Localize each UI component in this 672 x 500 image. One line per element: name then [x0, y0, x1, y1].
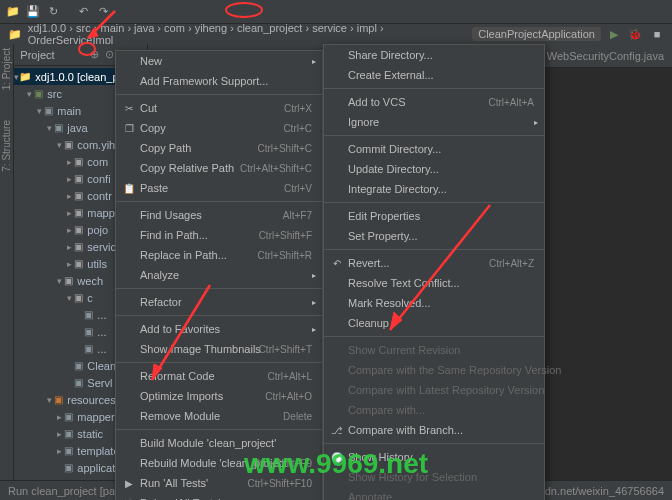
menu-item[interactable]: Update Directory... [324, 159, 544, 179]
menu-item[interactable]: ⎇Compare with Branch... [324, 420, 544, 440]
menu-item[interactable]: 📋PasteCtrl+V [116, 178, 322, 198]
menu-item: Show History for Selection [324, 467, 544, 487]
menu-item[interactable]: 🐞Debug 'All Tests' [116, 493, 322, 500]
menu-item[interactable]: Ignore▸ [324, 112, 544, 132]
undo-icon[interactable]: ↶ [74, 3, 92, 21]
tool-structure[interactable]: 7: Structure [1, 120, 12, 172]
context-menu-subversion[interactable]: Share Directory...Create External...Add … [323, 44, 545, 500]
menu-item[interactable]: Optimize ImportsCtrl+Alt+O [116, 386, 322, 406]
menu-item[interactable]: Find in Path...Ctrl+Shift+F [116, 225, 322, 245]
menu-item[interactable]: Integrate Directory... [324, 179, 544, 199]
menu-item[interactable]: Edit Properties [324, 206, 544, 226]
menu-item[interactable]: ✂CutCtrl+X [116, 98, 322, 118]
folder-icon: 📁 [6, 25, 24, 43]
stop-icon[interactable]: ■ [648, 25, 666, 43]
menu-item[interactable]: Set Property... [324, 226, 544, 246]
menu-item[interactable]: Create External... [324, 65, 544, 85]
menu-item[interactable]: Copy PathCtrl+Shift+C [116, 138, 322, 158]
tree-settings-icon[interactable]: ⊕ [90, 48, 99, 61]
tool-project[interactable]: 1: Project [1, 48, 12, 90]
tree-title: Project [20, 49, 89, 61]
run-config[interactable]: CleanProjectApplication [472, 27, 601, 41]
menu-item[interactable]: Analyze▸ [116, 265, 322, 285]
menu-item[interactable]: Add to Favorites▸ [116, 319, 322, 339]
save-icon[interactable]: 💾 [24, 3, 42, 21]
redo-icon[interactable]: ↷ [94, 3, 112, 21]
menu-item[interactable]: ❐CopyCtrl+C [116, 118, 322, 138]
breadcrumb: 📁 xdj1.0.0 › src › main › java › com › y… [0, 24, 672, 44]
menu-item[interactable]: Commit Directory... [324, 139, 544, 159]
menu-item: Show Current Revision [324, 340, 544, 360]
left-gutter: 1: Project 7: Structure [0, 44, 14, 500]
menu-item[interactable]: ↶Revert...Ctrl+Alt+Z [324, 253, 544, 273]
menu-item[interactable]: Refactor▸ [116, 292, 322, 312]
menu-item: Compare with Latest Repository Version [324, 380, 544, 400]
menu-item: Compare with... [324, 400, 544, 420]
menu-item[interactable]: ▶Run 'All Tests'Ctrl+Shift+F10 [116, 473, 322, 493]
menu-item[interactable]: New▸ [116, 51, 322, 71]
menu-item[interactable]: Add Framework Support... [116, 71, 322, 91]
menu-item[interactable]: Find UsagesAlt+F7 [116, 205, 322, 225]
context-menu-project[interactable]: New▸Add Framework Support...✂CutCtrl+X❐C… [115, 50, 323, 500]
run-icon[interactable]: ▶ [605, 25, 623, 43]
tree-target-icon[interactable]: ⊙ [105, 48, 114, 61]
debug-icon[interactable]: 🐞 [627, 25, 645, 43]
menu-item: Compare with the Same Repository Version [324, 360, 544, 380]
menu-item[interactable]: Resolve Text Conflict... [324, 273, 544, 293]
open-icon[interactable]: 📁 [4, 3, 22, 21]
menu-item[interactable]: Replace in Path...Ctrl+Shift+R [116, 245, 322, 265]
menu-item[interactable]: Add to VCSCtrl+Alt+A [324, 92, 544, 112]
menu-item[interactable]: Reformat CodeCtrl+Alt+L [116, 366, 322, 386]
menu-item[interactable]: Build Module 'clean_project' [116, 433, 322, 453]
menu-item: Annotate [324, 487, 544, 500]
menu-item[interactable]: Copy Relative PathCtrl+Alt+Shift+C [116, 158, 322, 178]
menu-item[interactable]: Remove ModuleDelete [116, 406, 322, 426]
menu-item[interactable]: Rebuild Module 'clean_project'Ctrl+Shift… [116, 453, 322, 473]
menu-item[interactable]: Share Directory... [324, 45, 544, 65]
menu-item[interactable]: 🕐Show History [324, 447, 544, 467]
editor-tab[interactable]: WebSecurityConfig.java [527, 47, 672, 65]
main-toolbar: 📁 💾 ↻ ↶ ↷ [0, 0, 672, 24]
menu-item[interactable]: Cleanup [324, 313, 544, 333]
refresh-icon[interactable]: ↻ [44, 3, 62, 21]
menu-item[interactable]: Mark Resolved... [324, 293, 544, 313]
menu-item[interactable]: Show Image ThumbnailsCtrl+Shift+T [116, 339, 322, 359]
